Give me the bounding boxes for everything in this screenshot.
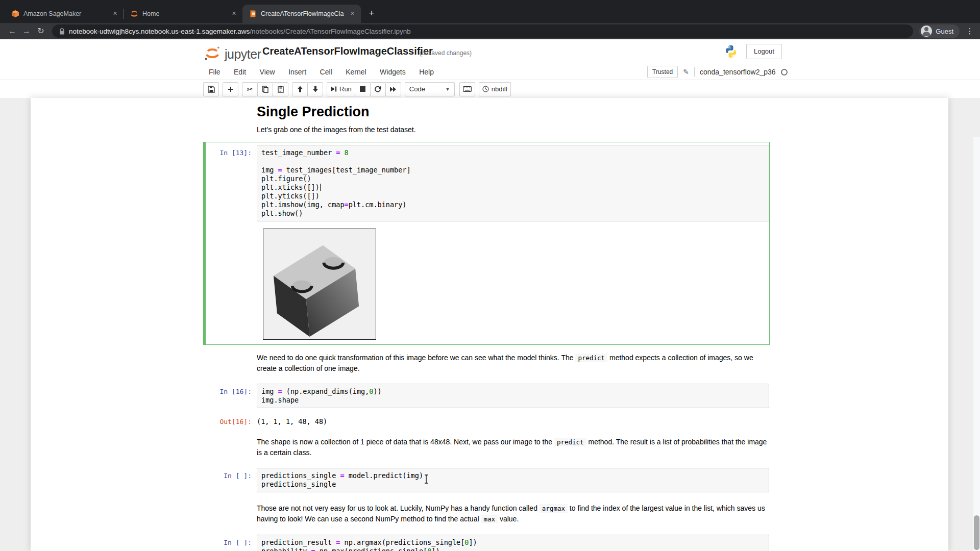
markdown-cell-argmax[interactable]: Those are not not very easy for us to lo… [203, 496, 770, 531]
tab-amazon-sagemaker[interactable]: Amazon SageMaker × [5, 5, 124, 23]
browser-toolbar: ← → ↻ notebook-udtwigjh8cys.notebook.us-… [0, 23, 980, 39]
tab-home[interactable]: Home × [124, 5, 242, 23]
code-cell-13[interactable]: In [13]: test_image_number = 8 img = tes… [203, 142, 770, 345]
trusted-button[interactable]: Trusted [647, 66, 678, 78]
tab-close-icon[interactable]: × [348, 10, 357, 18]
kernel-divider [694, 67, 695, 77]
input-prompt: In [13]: [206, 145, 257, 342]
jupyter-logo-word: jupyter [225, 48, 261, 62]
code-editor[interactable]: prediction_result = np.argmax(prediction… [257, 535, 769, 551]
omnibox[interactable]: notebook-udtwigjh8cys.notebook.us-east-1… [52, 24, 913, 38]
menu-kernel[interactable]: Kernel [340, 64, 372, 80]
interrupt-kernel-button[interactable] [355, 82, 371, 96]
prompt-empty [206, 433, 257, 461]
avatar-icon [921, 26, 932, 37]
new-tab-button[interactable]: + [365, 7, 378, 20]
code-editor[interactable]: predictions_single = model.predict(img)p… [257, 468, 769, 492]
tab-notebook-active[interactable]: CreateATensorFlowImageClass × [242, 5, 361, 23]
paste-cell-button[interactable] [273, 82, 288, 96]
tab-close-icon[interactable]: × [230, 10, 238, 18]
move-cell-up-button[interactable] [292, 82, 308, 96]
profile-chip[interactable]: Guest [919, 24, 960, 38]
code-cell-16[interactable]: In [16]: img = (np.expand_dims(img,0))im… [203, 381, 770, 429]
scrollbar-thumb[interactable] [974, 515, 979, 550]
jupyter-menubar: File Edit View Insert Cell Kernel Widget… [0, 64, 980, 80]
copy-icon [262, 86, 268, 93]
notebook-title[interactable]: CreateATensorFlowImageClassifier [262, 45, 433, 57]
arrow-up-icon [297, 86, 303, 92]
move-cell-down-button[interactable] [307, 82, 323, 96]
markdown-cell-shape[interactable]: The shape is now a collection of 1 piece… [203, 430, 770, 464]
cell-type-select[interactable]: Code ▼ [405, 82, 455, 96]
profile-label: Guest [936, 28, 953, 35]
jupyter-header: jupyter CreateATensorFlowImageClassifier… [0, 39, 980, 64]
jupyter-planet-icon [202, 44, 223, 62]
save-button[interactable] [203, 82, 219, 96]
browser-tab-strip: Amazon SageMaker × Home × CreateATensorF… [0, 0, 980, 23]
menu-insert[interactable]: Insert [283, 64, 312, 80]
menu-view[interactable]: View [254, 64, 281, 80]
input-prompt: In [ ]: [206, 535, 257, 551]
restart-run-all-button[interactable] [385, 82, 401, 96]
code-cell-predict[interactable]: In [ ]: predictions_single = model.predi… [203, 465, 770, 495]
jupyter-ring-icon [130, 10, 138, 18]
prompt-empty [206, 499, 257, 528]
arrow-down-icon [312, 86, 318, 92]
transform-paragraph: We need to do one quick transformation o… [257, 349, 769, 377]
text-cursor-pointer [423, 474, 429, 484]
notebook-site: Single Prediction Let's grab one of the … [0, 98, 980, 551]
menu-edit[interactable]: Edit [228, 64, 252, 80]
menu-widgets[interactable]: Widgets [374, 64, 411, 80]
prompt-empty [206, 102, 257, 138]
intro-paragraph: Let's grab one of the images from the te… [257, 121, 769, 138]
url-host: notebook-udtwigjh8cys.notebook.us-east-1… [69, 28, 250, 35]
lego-brick-output-image [263, 229, 376, 340]
clock-icon [482, 86, 489, 92]
run-cell-button[interactable]: Run [327, 82, 355, 96]
url-text: notebook-udtwigjh8cys.notebook.us-east-1… [69, 28, 411, 35]
copy-cell-button[interactable] [257, 82, 273, 96]
section-heading: Single Prediction [257, 102, 769, 121]
tab-label: Amazon SageMaker [23, 10, 107, 17]
paste-icon [278, 86, 284, 93]
lock-icon [59, 28, 65, 35]
markdown-cell-transform[interactable]: We need to do one quick transformation o… [203, 346, 770, 380]
code-editor[interactable]: test_image_number = 8 img = test_images[… [257, 145, 769, 221]
cell-type-value: Code [409, 85, 425, 93]
restart-kernel-button[interactable] [370, 82, 386, 96]
fast-forward-icon [389, 86, 397, 92]
reload-icon[interactable]: ↻ [34, 24, 48, 38]
browser-menu-icon[interactable]: ⋮ [965, 27, 975, 36]
notebook-container: Single Prediction Let's grab one of the … [31, 98, 948, 551]
add-cell-button[interactable] [223, 82, 238, 96]
kernel-idle-icon [781, 69, 788, 76]
jupyter-logo[interactable]: jupyter [202, 44, 261, 62]
notebook-book-icon [249, 10, 257, 18]
kernel-name: conda_tensorflow2_p36 [700, 68, 776, 76]
nbdiff-button[interactable]: nbdiff [479, 82, 511, 96]
cut-cell-button[interactable]: ✂ [242, 82, 258, 96]
step-forward-icon [330, 86, 337, 92]
page-scrollbar[interactable] [973, 137, 980, 551]
back-icon[interactable]: ← [5, 24, 19, 38]
tab-close-icon[interactable]: × [111, 10, 119, 18]
argmax-paragraph: Those are not not very easy for us to lo… [257, 499, 769, 528]
input-prompt: In [16]: [206, 384, 257, 408]
python-logo-icon [724, 44, 738, 59]
forward-icon[interactable]: → [19, 24, 34, 38]
code-cell-argmax-result[interactable]: In [ ]: prediction_result = np.argmax(pr… [203, 532, 770, 551]
scissors-icon: ✂ [247, 85, 253, 93]
menu-help[interactable]: Help [413, 64, 439, 80]
markdown-cell-heading[interactable]: Single Prediction Let's grab one of the … [203, 99, 770, 141]
logout-button[interactable]: Logout [746, 44, 782, 59]
prompt-empty [206, 349, 257, 377]
shape-paragraph: The shape is now a collection of 1 piece… [257, 433, 769, 461]
edit-mode-pencil-icon: ✎ [683, 68, 689, 76]
input-prompt: In [ ]: [206, 468, 257, 492]
command-palette-button[interactable] [459, 82, 475, 96]
code-editor[interactable]: img = (np.expand_dims(img,0))img.shape [257, 384, 769, 408]
menu-cell[interactable]: Cell [314, 64, 338, 80]
checkpoint-status: (unsaved changes) [420, 49, 472, 57]
tab-label: CreateATensorFlowImageClass [261, 10, 344, 17]
menu-file[interactable]: File [203, 64, 226, 80]
